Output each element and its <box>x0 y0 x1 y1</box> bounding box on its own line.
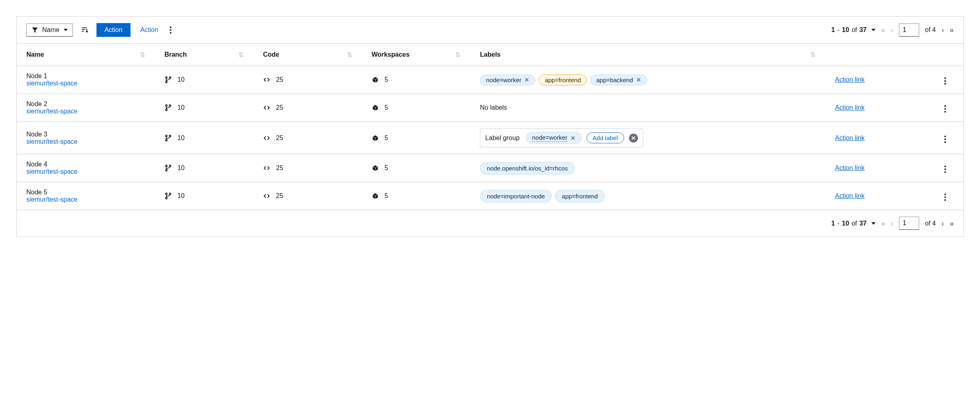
cell-action: Action link <box>825 66 924 94</box>
label-category: Label group <box>485 134 521 142</box>
branch-value: 10 <box>178 134 185 142</box>
code-value: 25 <box>276 76 283 83</box>
cell-labels: Label groupnode=worker✕Add label✕ <box>470 122 825 154</box>
cell-action: Action link <box>825 94 924 122</box>
workspaces-value: 5 <box>385 76 388 83</box>
cell-workspaces: 5 <box>362 122 471 154</box>
page-of: of 4 <box>925 26 936 34</box>
cell-name: Node 5siemur/test-space <box>17 182 155 210</box>
data-table: Name⇅ Branch⇅ Code⇅ Workspaces⇅ Labels⇅ … <box>17 44 963 210</box>
sort-arrows-icon: ⇅ <box>347 51 352 59</box>
col-name[interactable]: Name⇅ <box>17 44 155 66</box>
branch-icon <box>165 104 172 111</box>
add-label-button[interactable]: Add label <box>586 132 624 143</box>
branch-icon <box>165 192 172 200</box>
col-branch[interactable]: Branch⇅ <box>155 44 253 66</box>
action-link[interactable]: Action link <box>835 192 864 199</box>
node-link[interactable]: siemur/test-space <box>26 80 77 87</box>
cell-name: Node 3siemur/test-space <box>17 122 155 154</box>
action-link[interactable]: Action link <box>835 134 864 141</box>
toolbar-kebab[interactable] <box>168 25 173 35</box>
branch-icon <box>165 76 172 83</box>
row-kebab[interactable] <box>943 192 948 202</box>
prev-page-button[interactable]: ‹ <box>891 26 893 34</box>
cell-name: Node 4siemur/test-space <box>17 154 155 182</box>
data-panel: Name Action Action 1 - 10 of 37 « ‹ of <box>16 16 964 237</box>
row-kebab[interactable] <box>943 76 948 86</box>
code-icon <box>263 104 270 111</box>
range-end: 10 <box>842 26 849 34</box>
row-kebab[interactable] <box>943 134 948 145</box>
next-page-button[interactable]: › <box>941 220 944 227</box>
node-link[interactable]: siemur/test-space <box>26 138 77 145</box>
action-link[interactable]: Action link <box>835 104 864 111</box>
next-page-button[interactable]: › <box>941 26 944 34</box>
secondary-action-link[interactable]: Action <box>139 23 160 37</box>
label-chip: node.openshift.io/os_id=rhcos <box>480 162 575 175</box>
action-link[interactable]: Action link <box>835 164 864 171</box>
first-page-button[interactable]: « <box>881 26 885 34</box>
branch-value: 10 <box>178 164 185 172</box>
cell-branch: 10 <box>155 94 253 122</box>
label-chip: app=frontend <box>555 190 605 202</box>
code-icon <box>263 134 270 142</box>
cell-code: 25 <box>253 154 362 182</box>
sort-icon[interactable] <box>81 26 88 34</box>
pagination-top: 1 - 10 of 37 « ‹ of 4 › » <box>831 23 954 37</box>
items-range[interactable]: 1 - 10 of 37 <box>831 220 875 227</box>
first-page-button[interactable]: « <box>881 220 885 227</box>
svg-point-0 <box>165 77 167 79</box>
label-chip-row: node.openshift.io/os_id=rhcos <box>480 162 819 175</box>
chip-remove-icon[interactable]: ✕ <box>571 135 576 141</box>
cube-icon <box>372 134 379 142</box>
node-link[interactable]: siemur/test-space <box>26 168 77 175</box>
row-kebab[interactable] <box>943 164 948 175</box>
cell-menu <box>924 66 963 94</box>
chip-remove-icon[interactable]: ✕ <box>524 77 529 83</box>
page-input[interactable] <box>899 217 919 230</box>
svg-point-8 <box>169 135 171 136</box>
node-name: Node 2 <box>26 100 148 108</box>
cell-branch: 10 <box>155 182 253 210</box>
close-editor-button[interactable]: ✕ <box>629 134 638 143</box>
svg-point-4 <box>165 109 167 111</box>
branch-icon <box>165 134 172 142</box>
code-value: 25 <box>276 164 283 172</box>
svg-point-12 <box>165 193 167 195</box>
cell-branch: 10 <box>155 122 253 154</box>
node-name: Node 3 <box>26 131 148 138</box>
no-labels-text: No labels <box>480 104 507 111</box>
workspaces-value: 5 <box>385 192 388 200</box>
node-link[interactable]: siemur/test-space <box>26 108 77 115</box>
code-icon <box>263 192 270 200</box>
page-input[interactable] <box>899 23 919 37</box>
toolbar-left: Name Action Action <box>26 23 173 37</box>
last-page-button[interactable]: » <box>950 26 954 34</box>
col-workspaces[interactable]: Workspaces⇅ <box>362 44 471 66</box>
cube-icon <box>372 192 379 200</box>
workspaces-value: 5 <box>385 104 388 111</box>
cell-action: Action link <box>825 182 924 210</box>
chip-remove-icon[interactable]: ✕ <box>636 77 641 83</box>
last-page-button[interactable]: » <box>950 220 954 227</box>
col-labels[interactable]: Labels⇅ <box>470 44 825 66</box>
col-menu <box>924 44 963 66</box>
primary-action-button[interactable]: Action <box>96 23 131 37</box>
cell-workspaces: 5 <box>362 66 471 94</box>
label-editor: Label groupnode=worker✕Add label✕ <box>480 128 643 147</box>
row-kebab[interactable] <box>943 104 948 114</box>
node-link[interactable]: siemur/test-space <box>26 196 77 203</box>
svg-point-7 <box>165 139 167 141</box>
action-link[interactable]: Action link <box>835 76 864 83</box>
range-start: 1 <box>831 26 835 34</box>
branch-value: 10 <box>178 192 185 200</box>
cell-labels: node=worker✕app=frontendapp=backend✕ <box>470 66 825 94</box>
items-range[interactable]: 1 - 10 of 37 <box>831 26 875 34</box>
prev-page-button[interactable]: ‹ <box>891 220 893 227</box>
col-code[interactable]: Code⇅ <box>253 44 362 66</box>
toolbar-top: Name Action Action 1 - 10 of 37 « ‹ of <box>17 17 963 44</box>
cell-labels: node=important-nodeapp=frontend <box>470 182 825 210</box>
cell-workspaces: 5 <box>362 182 471 210</box>
label-chip-row: node=worker✕app=frontendapp=backend✕ <box>480 75 819 85</box>
filter-dropdown[interactable]: Name <box>26 23 73 37</box>
